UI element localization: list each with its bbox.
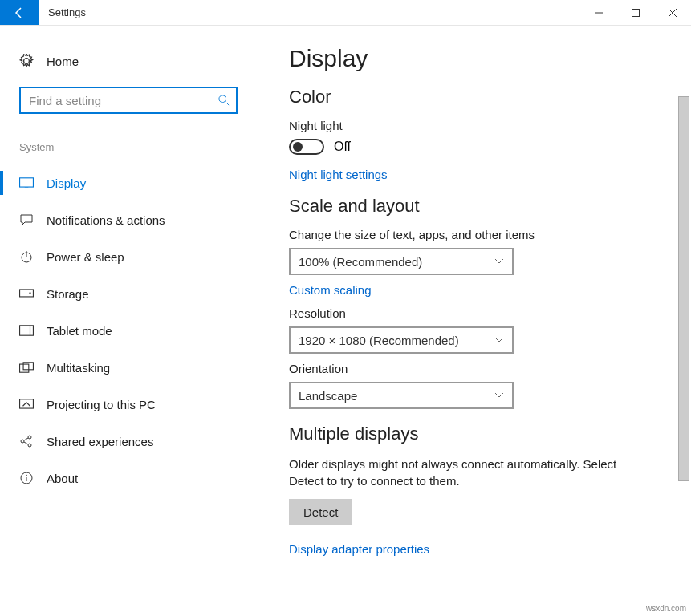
nav-label: Notifications & actions xyxy=(47,213,165,227)
nav-label: Power & sleep xyxy=(47,250,124,264)
svg-point-11 xyxy=(29,292,30,294)
main-panel: Display Color Night light Off Night ligh… xyxy=(257,26,691,616)
nav-item-projecting[interactable]: Projecting to this PC xyxy=(0,386,238,423)
minimize-icon xyxy=(595,9,603,17)
svg-point-17 xyxy=(21,440,24,443)
minimize-button[interactable] xyxy=(580,0,617,25)
search-input[interactable] xyxy=(19,87,238,114)
home-label: Home xyxy=(47,55,79,68)
vertical-scrollbar[interactable] xyxy=(678,96,689,481)
nav-label: Multitasking xyxy=(47,361,110,375)
night-light-label: Night light xyxy=(289,119,659,132)
maximize-button[interactable] xyxy=(617,0,654,25)
tablet-icon xyxy=(19,325,34,336)
custom-scaling-link[interactable]: Custom scaling xyxy=(289,283,659,297)
project-icon xyxy=(19,399,34,410)
svg-line-21 xyxy=(24,442,28,444)
nav-label: Projecting to this PC xyxy=(47,398,156,411)
nav-label: About xyxy=(47,472,78,485)
page-title: Display xyxy=(289,45,659,72)
svg-point-24 xyxy=(26,475,27,476)
source-credit: wsxdn.com xyxy=(646,604,686,613)
svg-rect-1 xyxy=(632,9,640,16)
chevron-down-icon xyxy=(494,391,504,400)
svg-rect-16 xyxy=(20,399,34,408)
message-icon xyxy=(19,214,34,225)
resolution-value: 1920 × 1080 (Recommended) xyxy=(299,334,459,347)
nav-item-tablet[interactable]: Tablet mode xyxy=(0,312,238,349)
svg-rect-6 xyxy=(20,178,34,187)
close-icon xyxy=(669,9,677,17)
svg-rect-12 xyxy=(20,326,34,335)
orientation-select[interactable]: Landscape xyxy=(289,382,514,409)
power-icon xyxy=(19,250,34,263)
home-link[interactable]: Home xyxy=(19,45,238,77)
chevron-down-icon xyxy=(494,257,504,266)
svg-line-20 xyxy=(24,438,28,440)
multitask-icon xyxy=(19,362,34,373)
section-color-heading: Color xyxy=(289,87,659,107)
monitor-icon xyxy=(19,177,34,188)
svg-point-19 xyxy=(28,444,31,447)
svg-line-5 xyxy=(226,102,229,105)
scale-size-select[interactable]: 100% (Recommended) xyxy=(289,248,514,275)
section-multiple-heading: Multiple displays xyxy=(289,424,659,444)
scale-size-value: 100% (Recommended) xyxy=(299,255,422,269)
category-label: System xyxy=(19,141,238,153)
nav-item-storage[interactable]: Storage xyxy=(0,275,238,312)
maximize-icon xyxy=(632,9,640,17)
sidebar: Home System Display Notifications & acti… xyxy=(0,26,257,616)
drive-icon xyxy=(19,289,34,298)
detect-button[interactable]: Detect xyxy=(289,499,352,525)
night-light-toggle[interactable] xyxy=(289,139,324,155)
section-scale-heading: Scale and layout xyxy=(289,196,659,217)
night-light-settings-link[interactable]: Night light settings xyxy=(289,168,659,181)
back-button[interactable] xyxy=(0,0,39,25)
chevron-down-icon xyxy=(494,335,504,345)
nav-item-shared[interactable]: Shared experiences xyxy=(0,423,238,460)
nav-list: Display Notifications & actions Power & … xyxy=(0,164,238,496)
search-field[interactable] xyxy=(27,93,218,108)
nav-item-notifications[interactable]: Notifications & actions xyxy=(0,201,238,238)
close-button[interactable] xyxy=(654,0,691,25)
display-adapter-link[interactable]: Display adapter properties xyxy=(289,542,659,556)
orientation-value: Landscape xyxy=(299,389,357,403)
nav-label: Storage xyxy=(47,287,89,301)
scale-size-label: Change the size of text, apps, and other… xyxy=(289,228,659,241)
info-icon xyxy=(19,472,34,484)
multiple-desc: Older displays might not always connect … xyxy=(289,456,642,489)
svg-rect-14 xyxy=(20,364,29,372)
nav-item-display[interactable]: Display xyxy=(0,164,238,201)
svg-point-4 xyxy=(219,95,226,103)
search-icon xyxy=(218,95,230,106)
window-title: Settings xyxy=(39,0,580,25)
title-bar: Settings xyxy=(0,0,691,26)
nav-label: Tablet mode xyxy=(47,324,112,338)
gear-icon xyxy=(19,54,34,68)
nav-item-about[interactable]: About xyxy=(0,460,238,496)
nav-item-power[interactable]: Power & sleep xyxy=(0,238,238,275)
svg-point-18 xyxy=(28,436,31,439)
window-controls xyxy=(580,0,691,25)
orientation-label: Orientation xyxy=(289,362,659,375)
share-icon xyxy=(19,435,34,448)
toggle-knob xyxy=(293,142,303,152)
resolution-select[interactable]: 1920 × 1080 (Recommended) xyxy=(289,326,514,354)
resolution-label: Resolution xyxy=(289,306,659,320)
nav-item-multitasking[interactable]: Multitasking xyxy=(0,349,238,386)
svg-rect-10 xyxy=(20,290,34,297)
night-light-state: Off xyxy=(334,140,351,154)
nav-label: Display xyxy=(47,176,86,190)
arrow-left-icon xyxy=(13,6,26,19)
nav-label: Shared experiences xyxy=(47,435,153,448)
